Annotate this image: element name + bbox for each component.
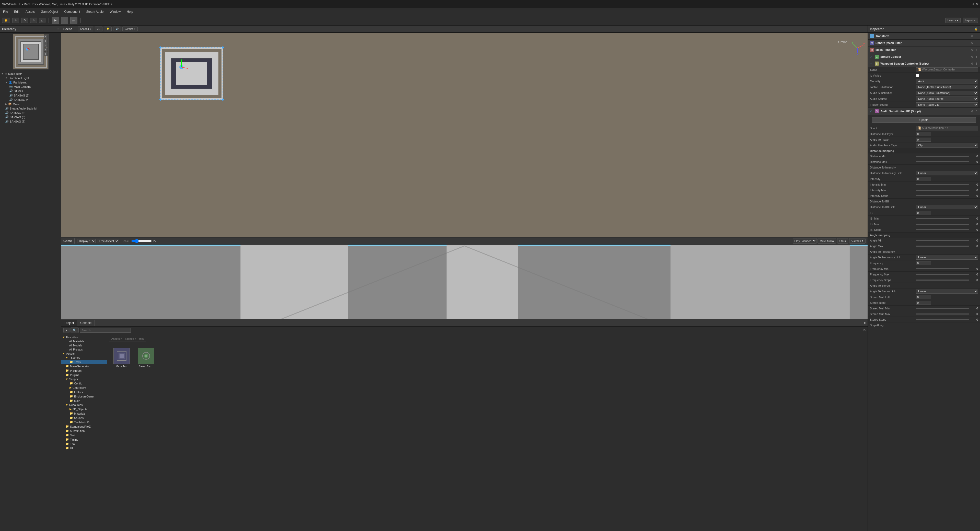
folder-controllers[interactable]: ▶ Controllers (61, 385, 107, 390)
slider-track-stereo-steps[interactable] (916, 319, 969, 320)
val-audiosource[interactable]: None (Audio Source) (916, 97, 978, 101)
menu-file[interactable]: File (2, 10, 9, 14)
folder-config[interactable]: 📁 Config (61, 381, 107, 385)
slider-track-ibi-max[interactable] (916, 223, 969, 225)
val-angle-to-player[interactable] (916, 138, 931, 142)
toolbar-scale[interactable]: ⤡ (30, 17, 37, 23)
menu-steamaudio[interactable]: Steam Audio (85, 10, 105, 14)
scene-nav-1[interactable]: ⊕ (44, 35, 48, 38)
menu-assets[interactable]: Assets (24, 10, 36, 14)
audiosubpd-settings[interactable]: ⚙ (971, 110, 974, 113)
component-spherecollider-header[interactable]: ✓ C Sphere Collider ⚙ ⋮ (868, 53, 980, 60)
folder-plugins[interactable]: 📁 Plugins (61, 373, 107, 377)
step-button[interactable]: ⏭ (70, 17, 77, 24)
val-angle-stereo-link[interactable]: Linear (916, 289, 978, 293)
meshrenderer-settings[interactable]: ⚙ (971, 48, 974, 52)
hierarchy-item-participant[interactable]: ▼ 👤 Participant (0, 80, 61, 84)
slider-track-angle-max[interactable] (916, 246, 969, 247)
slider-track-stereo-min[interactable] (916, 308, 969, 309)
folder-trial[interactable]: 📁 Trial (61, 442, 107, 446)
slider-track-stereo-max[interactable] (916, 314, 969, 314)
folder-allmodels[interactable]: ○ All Models (61, 343, 107, 347)
game-display-select[interactable]: Display 1 (77, 239, 95, 243)
component-meshfilter-header[interactable]: M Sphere (Mesh Filter) ⚙ ⋮ (868, 40, 980, 46)
val-frequency[interactable] (916, 261, 931, 265)
hierarchy-item-mazetest[interactable]: ▼ ☆ Maze Test* (0, 71, 61, 76)
folder-main[interactable]: 📁 Main (61, 398, 107, 403)
waypoint-check[interactable]: ✓ (870, 62, 872, 65)
folder-timing[interactable]: 📁 Timing (61, 437, 107, 442)
game-gizmos-btn[interactable]: Gizmos ▾ (849, 238, 865, 244)
scene-nav-5[interactable]: ⊠ (44, 52, 48, 56)
component-waypoint-header[interactable]: ✓ S Waypoint Beacon Controller (Script) … (868, 60, 980, 67)
val-audiosubstitution[interactable]: None (Audio Substitution) (916, 90, 978, 95)
toolbar-rotate[interactable]: ↻ (21, 17, 28, 23)
hierarchy-item-sasag3[interactable]: 🔊 SA+SAG (3) (0, 93, 61, 98)
folder-sounds[interactable]: 📁 Sounds (61, 415, 107, 420)
hierarchy-item-sasag5[interactable]: 🔊 SA+SAG (5) (0, 111, 61, 115)
folder-resources[interactable]: ▼ Resources (61, 403, 107, 407)
audiosubpd-more[interactable]: ⋮ (975, 110, 978, 113)
val-angle-freq-link[interactable]: Linear (916, 255, 978, 260)
folder-pistream[interactable]: 📁 PiStream (61, 368, 107, 373)
toolbar-move[interactable]: ✛ (12, 17, 19, 23)
bottom-panel-menu[interactable]: ≡ (862, 322, 868, 325)
transform-more[interactable]: ⋮ (975, 35, 978, 38)
folder-editors[interactable]: 📁 Editors (61, 390, 107, 394)
folder-textmesh[interactable]: 📁 TextMesh Pr (61, 420, 107, 424)
layout-dropdown[interactable]: Layout ▾ (963, 17, 978, 23)
hierarchy-menu-btn[interactable]: ≡ (57, 28, 59, 31)
slider-track-freq-steps[interactable] (916, 279, 969, 281)
project-add-btn[interactable]: + (64, 328, 70, 333)
folder-scenes[interactable]: ▼ _Scenes (61, 356, 107, 360)
toolbar-rect[interactable]: □ (39, 18, 46, 23)
folder-standalone[interactable]: 📁 StandaloneFileE (61, 424, 107, 429)
hierarchy-item-directional[interactable]: ☀ Directional Light (0, 76, 61, 80)
asset-steamaud[interactable]: Steam Aud... (136, 348, 156, 368)
slider-track-ibi-min[interactable] (916, 218, 969, 219)
transform-settings[interactable]: ⚙ (971, 35, 974, 38)
menu-component[interactable]: Component (63, 10, 81, 14)
menu-gameobject[interactable]: GameObject (40, 10, 59, 14)
maximize-btn[interactable]: □ (972, 2, 974, 6)
waypoint-more[interactable]: ⋮ (975, 62, 978, 65)
val-feedback-type[interactable]: Clip (916, 143, 978, 147)
spherecollider-check[interactable]: ✓ (870, 55, 872, 59)
meshfilter-more[interactable]: ⋮ (975, 41, 978, 45)
tab-console[interactable]: Console (77, 320, 95, 326)
slider-track-intensity-max[interactable] (916, 190, 969, 191)
menu-help[interactable]: Help (126, 10, 134, 14)
close-btn[interactable]: ✕ (976, 2, 978, 6)
hierarchy-item-sa3d[interactable]: 🔊 SA+3D (0, 89, 61, 93)
menu-edit[interactable]: Edit (13, 10, 21, 14)
scene-shading-btn[interactable]: Shaded ▾ (78, 27, 93, 32)
slider-track-dist-min[interactable] (916, 156, 969, 157)
spherecollider-more[interactable]: ⋮ (975, 55, 978, 59)
folder-materials[interactable]: 📁 Materials (61, 411, 107, 415)
folder-allprefabs[interactable]: ○ All Prefabs (61, 347, 107, 352)
val-ibi[interactable] (916, 211, 931, 215)
hierarchy-item-steamaudio[interactable]: 🔊 Steam Audio Static Mi (0, 106, 61, 111)
slider-track-dist-max[interactable] (916, 161, 969, 162)
val-stereo-right[interactable] (916, 301, 931, 305)
component-meshrenderer-header[interactable]: R Mesh Renderer ⚙ ⋮ (868, 46, 980, 53)
asset-mazetest[interactable]: Maze Test (111, 348, 132, 368)
inspector-lock-btn[interactable]: 🔒 (974, 27, 978, 31)
game-scale-slider[interactable] (131, 239, 152, 243)
slider-track-freq-max[interactable] (916, 274, 969, 275)
game-playfocused-select[interactable]: Play Focused (793, 238, 816, 244)
meshfilter-settings[interactable]: ⚙ (971, 41, 974, 45)
scene-nav-4[interactable]: ⊞ (44, 48, 48, 52)
scene-lights-btn[interactable]: 💡 (104, 27, 111, 32)
folder-ui[interactable]: 📁 UI (61, 446, 107, 450)
slider-track-angle-min[interactable] (916, 240, 969, 241)
val-dist-ibi-link[interactable]: Linear (916, 205, 978, 209)
folder-test[interactable]: 📁 Test (61, 433, 107, 437)
slider-track-freq-min[interactable] (916, 268, 969, 269)
folder-scripts[interactable]: ▼ Scripts (61, 377, 107, 381)
val-triggersound[interactable]: None (Audio Clip) (916, 102, 978, 107)
game-aspect-select[interactable]: Free Aspect (97, 239, 119, 243)
layers-dropdown[interactable]: Layers ▾ (945, 17, 961, 23)
scene-nav-3[interactable]: ↑ (44, 43, 48, 47)
play-button[interactable]: ▶ (52, 17, 59, 24)
